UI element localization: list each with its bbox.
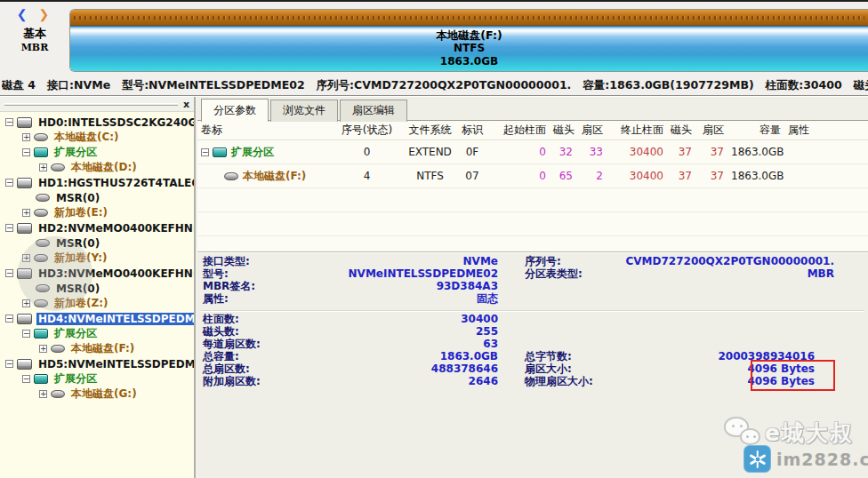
details-groove-line — [201, 310, 864, 312]
detail-label: 每道扇区数: — [203, 338, 261, 350]
table-row[interactable]: 本地磁盘(F:)4NTFS0706523040037371863.0GB — [197, 164, 868, 188]
expand-icon[interactable]: + — [39, 390, 47, 398]
selected-partition-strip[interactable]: 本地磁盘(F:) NTFS 1863.0GB — [70, 26, 868, 72]
collapse-icon[interactable]: − — [5, 269, 13, 277]
tree-item[interactable]: +本地磁盘(G:) — [0, 386, 194, 402]
column-header: 属性 — [784, 123, 827, 138]
row-volume-label: 扩展分区 — [231, 145, 274, 160]
collapse-icon[interactable]: − — [5, 315, 13, 323]
tree-item-label: 扩展分区 — [52, 145, 99, 160]
column-header: 起始柱面 — [489, 123, 550, 138]
detail-row: 分区表类型:MBR — [525, 267, 834, 280]
tree-item[interactable]: −扩展分区 — [0, 326, 194, 341]
drive-icon — [51, 390, 65, 398]
tree-item[interactable]: −HD4:NVMeINTELSSDPEDME02(1 — [0, 311, 194, 326]
collapse-icon[interactable]: − — [5, 179, 13, 187]
disk-tree-panel: x −HD0:INTELSSDSC2KG240G8(22+本地磁盘(C:)−扩展… — [0, 97, 196, 478]
tree-item[interactable]: +新加卷(E:) — [0, 205, 194, 220]
tree-item[interactable]: +新加卷(Y:) — [0, 251, 194, 266]
collapse-icon[interactable]: − — [201, 148, 209, 156]
tab-2[interactable]: 扇区编辑 — [340, 100, 407, 122]
tree-item-label: HD3:NVMeMO0400KEFHN(373GB — [36, 267, 196, 280]
detail-row: MBR签名:93D384A3 — [203, 280, 498, 292]
back-arrow-icon[interactable]: ❮ — [17, 7, 31, 21]
disk-tree: −HD0:INTELSSDSC2KG240G8(22+本地磁盘(C:)−扩展分区… — [0, 112, 194, 402]
collapse-icon[interactable]: − — [5, 360, 13, 368]
forward-arrow-icon[interactable]: ❯ — [38, 7, 52, 21]
panel-grip[interactable] — [4, 103, 178, 106]
column-header: 容量 — [727, 123, 784, 138]
drive-icon — [36, 284, 50, 292]
detail-label: 型号: — [203, 267, 229, 280]
expand-icon[interactable]: + — [39, 345, 47, 353]
expand-icon[interactable]: + — [22, 299, 30, 307]
tree-item[interactable]: MSR(0) — [0, 190, 194, 205]
collapse-icon[interactable]: − — [5, 224, 13, 232]
detail-label: 总容量: — [203, 350, 239, 362]
disk-info-row: 磁盘 4接口:NVMe型号:NVMeINTELSSDPEDME02序列号:CVM… — [2, 76, 868, 94]
detail-label: 接口类型: — [203, 255, 250, 267]
column-header: 扇区 — [695, 123, 727, 138]
column-header: 终止柱面 — [607, 123, 667, 138]
collapse-icon[interactable]: − — [22, 148, 30, 156]
cell: 1863.0GB — [727, 146, 784, 158]
extended-partition-strip[interactable] — [70, 10, 868, 26]
detail-label: 附加扇区数: — [203, 375, 261, 387]
tree-item[interactable]: +本地磁盘(D:) — [0, 160, 194, 175]
tree-item[interactable]: −HD1:HGSTHUS726T4TALE6L4(3 — [0, 175, 194, 190]
disk-info-segment: 型号:NVMeINTELSSDPEDME02 — [122, 78, 304, 92]
partition-style-mbr-label: MBR — [0, 42, 69, 53]
tree-item-label: MSR(0) — [54, 283, 101, 295]
drive-icon — [34, 209, 48, 217]
disk-details-right: 序列号:CVMD727200QX2P0TGN00000001.分区表类型:MBR — [525, 255, 834, 280]
detail-value: 488378646 — [431, 362, 498, 375]
tree-item[interactable]: −HD3:NVMeMO0400KEFHN(373GB — [0, 266, 194, 281]
drive-icon — [36, 239, 50, 247]
expand-icon[interactable]: + — [22, 133, 30, 141]
disk-icon — [17, 223, 32, 234]
watermark-site: im2828.com — [776, 450, 868, 469]
tree-item[interactable]: MSR(0) — [0, 281, 194, 296]
expand-icon[interactable]: + — [22, 254, 30, 262]
tree-item[interactable]: −扩展分区 — [0, 371, 194, 386]
tree-item[interactable]: −HD2:NVMeMO0400KEFHN(373GB — [0, 220, 194, 235]
tree-item[interactable]: +本地磁盘(C:) — [0, 130, 194, 145]
detail-label: 柱面数: — [203, 313, 239, 325]
window-top-border — [0, 0, 868, 2]
detail-value: 固态 — [477, 292, 498, 305]
tree-item[interactable]: −HD0:INTELSSDSC2KG240G8(22 — [0, 115, 194, 130]
tab-1[interactable]: 浏览文件 — [270, 100, 338, 122]
tree-item[interactable]: +本地磁盘(F:) — [0, 341, 194, 356]
detail-row: 总容量:1863.0GB — [203, 350, 498, 362]
tree-item-label: HD1:HGSTHUS726T4TALE6L4(3 — [36, 177, 196, 189]
close-icon[interactable]: x — [183, 100, 189, 109]
drive-icon — [34, 299, 48, 307]
tree-item-label: 本地磁盘(D:) — [69, 160, 139, 175]
collapse-icon[interactable]: − — [22, 375, 30, 383]
collapse-icon[interactable]: − — [22, 330, 30, 338]
table-row-empty — [197, 188, 868, 212]
partition-style-label: 基本 — [0, 26, 69, 42]
tree-item[interactable]: +新加卷(Z:) — [0, 296, 194, 311]
extended-icon — [34, 374, 48, 384]
detail-label: 总扇区数: — [203, 362, 250, 375]
disk-icon — [17, 359, 32, 370]
details-divider — [197, 251, 868, 253]
expand-icon[interactable]: + — [22, 209, 30, 217]
sector-size-highlight-box — [751, 360, 835, 391]
partition-title: 本地磁盘(F:) — [70, 26, 868, 42]
table-row[interactable]: −扩展分区0EXTEND0F032333040037371863.0GB — [197, 140, 868, 164]
tree-item-label: HD4:NVMeINTELSSDPEDME02(1 — [36, 313, 196, 325]
tree-item-label: HD0:INTELSSDSC2KG240G8(22 — [36, 116, 196, 129]
tree-item[interactable]: −HD5:NVMeINTELSSDPEDME02(1 — [0, 356, 194, 371]
tree-item[interactable]: MSR(0) — [0, 235, 194, 251]
disk-info-segment: 磁盘 4 — [2, 78, 36, 92]
disk-icon — [17, 314, 32, 324]
partition-graph-bar[interactable]: 本地磁盘(F:) NTFS 1863.0GB — [69, 9, 868, 72]
collapse-icon[interactable]: − — [5, 118, 13, 126]
tree-item[interactable]: −扩展分区 — [0, 145, 194, 160]
tab-0[interactable]: 分区参数 — [201, 99, 269, 122]
detail-label: 磁头数: — [203, 325, 239, 338]
column-header: 扇区 — [576, 123, 607, 138]
expand-icon[interactable]: + — [39, 163, 47, 171]
